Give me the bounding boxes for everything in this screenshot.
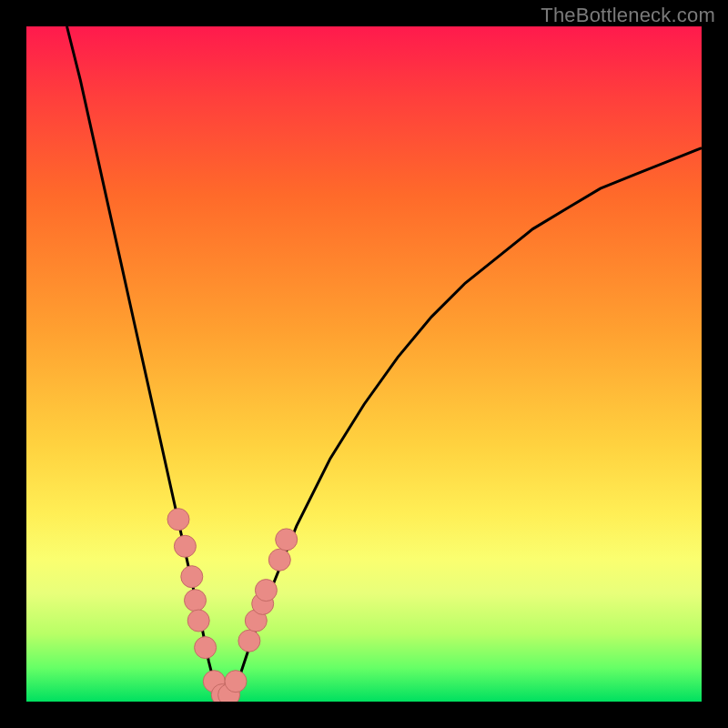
data-marker	[174, 535, 196, 557]
chart-overlay	[26, 26, 702, 702]
data-marker	[195, 637, 217, 659]
data-marker	[187, 610, 209, 632]
data-marker	[185, 590, 207, 612]
data-marker	[225, 671, 247, 693]
marker-group	[167, 509, 298, 702]
chart-plot-area	[26, 26, 702, 702]
data-marker	[167, 509, 189, 531]
data-marker	[276, 529, 298, 551]
bottleneck-curve	[67, 26, 703, 702]
data-marker	[238, 630, 260, 652]
data-marker	[255, 580, 277, 602]
data-marker	[181, 566, 203, 588]
data-marker	[268, 549, 290, 571]
chart-frame: TheBottleneck.com	[0, 0, 728, 728]
watermark-text: TheBottleneck.com	[541, 4, 715, 27]
